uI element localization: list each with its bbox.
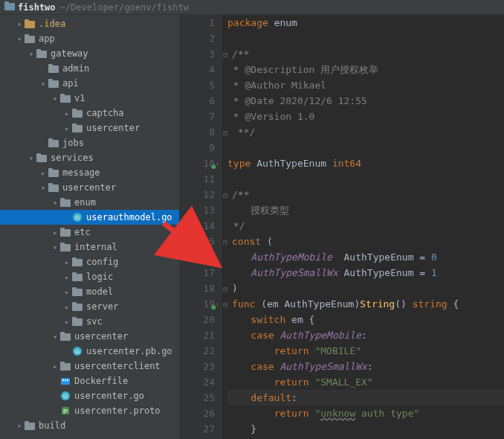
tree-item[interactable]: logic	[0, 269, 179, 284]
tree-item[interactable]: message	[0, 165, 179, 180]
code-line[interactable]: * @Date 2020/12/6 12:55	[227, 93, 504, 109]
code-line[interactable]: return "unknow auth type"	[227, 406, 504, 421]
tree-item[interactable]: Pusercenter.proto	[0, 403, 179, 418]
code-line[interactable]: ⊟/**	[227, 187, 504, 202]
tree-item[interactable]: usercenter	[0, 180, 179, 195]
tree-item[interactable]: Dockerfile	[0, 374, 179, 388]
fold-icon[interactable]: ⊟	[223, 191, 227, 199]
tree-item[interactable]: build	[0, 418, 179, 433]
tree-item[interactable]: admin	[0, 61, 179, 76]
code-line[interactable]: package enum	[227, 15, 504, 31]
code-line[interactable]: case AuthTypeMobile:	[227, 327, 504, 343]
expand-arrow-icon[interactable]	[39, 169, 48, 177]
expand-arrow-icon[interactable]	[51, 243, 59, 251]
fold-icon[interactable]: ⊟	[223, 301, 227, 309]
code-line[interactable]: return "MOBILE"	[227, 343, 504, 359]
tree-item[interactable]: app	[0, 31, 179, 46]
tree-item[interactable]: jobs	[0, 135, 179, 150]
folder-icon	[71, 257, 83, 266]
tree-item[interactable]: model	[0, 284, 179, 299]
expand-arrow-icon[interactable]	[62, 258, 71, 266]
code-line[interactable]: */	[227, 218, 504, 234]
code-line[interactable]: * @Version 1.0	[227, 109, 504, 124]
tree-item[interactable]: usercenter	[0, 329, 179, 344]
tree-item[interactable]: .idea	[0, 16, 179, 31]
expand-arrow-icon[interactable]	[51, 333, 59, 341]
code-line[interactable]: * @Description 用户授权枚举	[227, 62, 504, 77]
expand-arrow-icon[interactable]	[27, 50, 36, 58]
tree-item[interactable]: gateway	[0, 46, 179, 61]
tree-item[interactable]: svc	[0, 314, 179, 329]
expand-arrow-icon[interactable]	[51, 94, 59, 103]
line-number: 17	[180, 265, 215, 281]
tree-item[interactable]: usercenter	[0, 121, 179, 135]
expand-arrow-icon[interactable]	[62, 288, 71, 296]
code-line[interactable]: ⊟)	[227, 281, 504, 296]
tree-item[interactable]: etc	[0, 225, 179, 240]
line-number: 11	[180, 171, 215, 187]
code-line[interactable]: case AuthTypeSmallWx:	[227, 359, 504, 374]
code-line[interactable]	[227, 140, 504, 156]
tree-item[interactable]: server	[0, 299, 179, 314]
expand-arrow-icon[interactable]	[62, 124, 71, 132]
code-line[interactable]: * @Author Mikael	[227, 77, 504, 93]
expand-arrow-icon[interactable]	[51, 199, 59, 207]
code-line[interactable]: switch em {	[227, 312, 504, 327]
project-tree[interactable]: .ideaappgatewayadminapiv1captchausercent…	[0, 15, 180, 439]
code-line[interactable]: default:	[227, 390, 504, 406]
expand-arrow-icon[interactable]	[27, 154, 36, 162]
expand-arrow-icon[interactable]	[51, 228, 59, 237]
expand-arrow-icon[interactable]	[62, 273, 71, 281]
svg-rect-39	[72, 287, 77, 290]
proto-icon: P	[59, 406, 71, 416]
tree-item[interactable]: enum	[0, 195, 179, 210]
expand-arrow-icon[interactable]	[51, 362, 59, 371]
tree-item[interactable]: usercenterclient	[0, 359, 179, 374]
tree-item-label: usercenter.pb.go	[86, 346, 172, 356]
code-line[interactable]: ⊟func (em AuthTypeEnum)String() string {	[227, 296, 504, 312]
code-line[interactable]: ⊟const (	[227, 234, 504, 249]
code-line[interactable]	[227, 171, 504, 187]
code-line[interactable]: ⊟/**	[227, 46, 504, 62]
code-line[interactable]	[227, 31, 504, 46]
fold-icon[interactable]: ⊟	[223, 129, 227, 137]
tree-item[interactable]: config	[0, 254, 179, 269]
code-line[interactable]: type AuthTypeEnum int64	[227, 156, 504, 171]
code-line[interactable]: return "SMALL_EX"	[227, 374, 504, 390]
code-line[interactable]: }	[227, 421, 504, 437]
code-line[interactable]: ⊟ **/	[227, 124, 504, 140]
svg-rect-45	[60, 332, 65, 335]
code-area[interactable]: package enum⊟/** * @Description 用户授权枚举 *…	[222, 15, 504, 439]
expand-arrow-icon[interactable]	[62, 318, 71, 326]
expand-arrow-icon[interactable]	[15, 35, 24, 43]
expand-arrow-icon[interactable]	[15, 422, 24, 430]
svg-rect-31	[60, 228, 65, 231]
code-line[interactable]: AuthTypeSmallWx AuthTypeEnum = 1	[227, 265, 504, 281]
expand-arrow-icon[interactable]	[62, 303, 71, 311]
code-line[interactable]: AuthTypeMobile AuthTypeEnum = 0	[227, 249, 504, 265]
fold-icon[interactable]: ⊟	[223, 238, 227, 246]
tree-item[interactable]: api	[0, 76, 179, 91]
tree-item[interactable]: internal	[0, 240, 179, 254]
fold-icon[interactable]: ⊟	[223, 51, 227, 59]
tree-item[interactable]: Gusercenter.pb.go	[0, 344, 179, 359]
code-line[interactable]: 授权类型	[227, 202, 504, 218]
expand-arrow-icon[interactable]	[15, 20, 24, 28]
line-number: 9	[180, 140, 215, 156]
svg-rect-59	[25, 421, 29, 424]
expand-arrow-icon[interactable]	[39, 80, 48, 88]
folder-icon	[24, 421, 36, 430]
expand-arrow-icon[interactable]	[39, 184, 48, 192]
tree-item[interactable]: Guserauthmodel.go	[0, 210, 179, 225]
expand-arrow-icon[interactable]	[62, 109, 71, 118]
tree-item[interactable]: services	[0, 150, 179, 165]
tree-item[interactable]: Gusercenter.go	[0, 388, 179, 403]
tree-item[interactable]: v1	[0, 91, 179, 106]
tree-item[interactable]: captcha	[0, 106, 179, 121]
code-editor[interactable]: 12345678910●↑111213141516171819●↑2021222…	[180, 15, 504, 439]
line-number: 4	[180, 62, 215, 77]
svg-rect-9	[48, 64, 53, 67]
svg-rect-19	[48, 138, 53, 141]
fold-icon[interactable]: ⊟	[223, 285, 227, 293]
folder-orange-icon	[24, 19, 36, 28]
